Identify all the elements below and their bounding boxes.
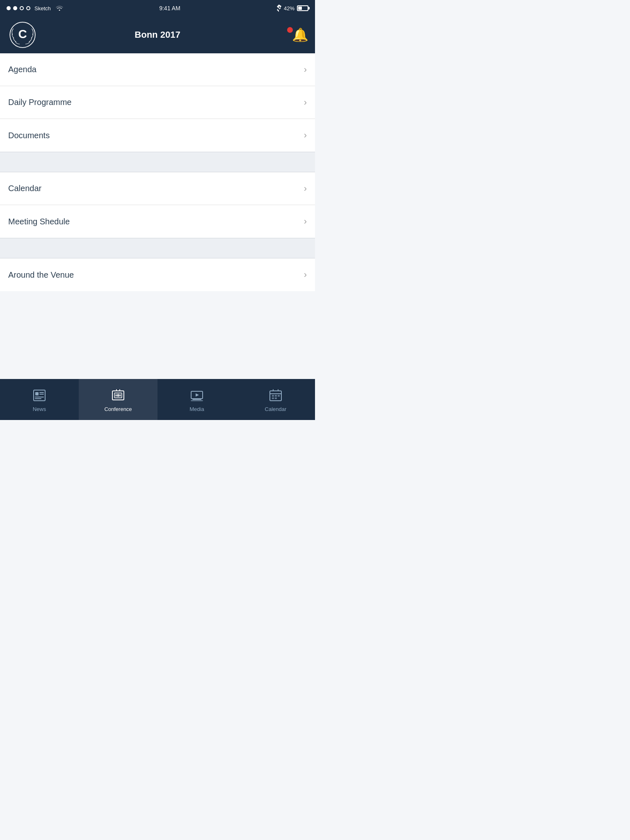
- list-item-around-venue[interactable]: Around the Venue ›: [0, 258, 315, 291]
- chevron-icon: ›: [304, 269, 307, 280]
- signal-dot-2: [13, 6, 17, 10]
- section-1: Agenda › Daily Programme › Documents ›: [0, 53, 315, 152]
- svg-rect-27: [275, 397, 277, 399]
- nav-item-news[interactable]: News: [0, 379, 79, 420]
- nav-item-media[interactable]: Media: [158, 379, 236, 420]
- calendar-nav-icon: [267, 387, 284, 404]
- header-title: Bonn 2017: [135, 30, 180, 40]
- media-nav-label: Media: [189, 406, 204, 412]
- svg-marker-16: [196, 393, 199, 397]
- battery-percent: 42%: [284, 5, 294, 11]
- section-separator-2: [0, 238, 315, 258]
- conference-nav-label: Conference: [104, 406, 132, 412]
- signal-dot-4: [26, 6, 30, 10]
- section-separator-1: [0, 152, 315, 172]
- app-logo: C: [8, 21, 37, 49]
- news-nav-label: News: [33, 406, 46, 412]
- svg-rect-26: [272, 397, 274, 399]
- main-content: Agenda › Daily Programme › Documents › C…: [0, 53, 315, 379]
- bottom-spacer: [0, 291, 315, 373]
- chevron-icon: ›: [304, 183, 307, 194]
- daily-programme-label: Daily Programme: [8, 98, 71, 107]
- around-venue-label: Around the Venue: [8, 270, 74, 280]
- wifi-icon: [56, 5, 63, 12]
- calendar-label: Calendar: [8, 184, 41, 193]
- status-time: 9:41 AM: [159, 5, 180, 11]
- carrier-label: Sketch: [34, 5, 51, 11]
- signal-dot-1: [7, 6, 11, 10]
- calendar-nav-label: Calendar: [265, 406, 287, 412]
- agenda-label: Agenda: [8, 65, 37, 74]
- nav-item-calendar[interactable]: Calendar: [236, 379, 315, 420]
- chevron-icon: ›: [304, 216, 307, 227]
- svg-rect-2: [34, 390, 45, 401]
- list-item-agenda[interactable]: Agenda ›: [0, 53, 315, 86]
- notification-badge: [287, 27, 293, 33]
- header-actions: 🔔: [285, 27, 308, 43]
- meeting-schedule-label: Meeting Shedule: [8, 217, 70, 226]
- documents-label: Documents: [8, 131, 50, 140]
- bell-icon[interactable]: 🔔: [292, 27, 308, 43]
- status-right: 42%: [276, 5, 308, 12]
- nav-item-conference[interactable]: Conference: [79, 379, 158, 420]
- svg-rect-25: [278, 395, 280, 397]
- status-left: Sketch: [7, 5, 63, 12]
- app-header: C Bonn 2017 🔔: [0, 16, 315, 53]
- status-bar: Sketch 9:41 AM 42%: [0, 0, 315, 16]
- bottom-navigation: News Conference Media: [0, 379, 315, 420]
- chevron-icon: ›: [304, 97, 307, 108]
- bluetooth-icon: [276, 5, 281, 12]
- section-3: Around the Venue ›: [0, 258, 315, 291]
- svg-rect-3: [35, 392, 39, 395]
- news-icon: [31, 387, 48, 404]
- signal-dot-3: [20, 6, 24, 10]
- list-item-documents[interactable]: Documents ›: [0, 119, 315, 152]
- conference-icon: [110, 387, 126, 404]
- chevron-icon: ›: [304, 130, 307, 141]
- media-icon: [189, 387, 205, 404]
- battery-indicator: [297, 5, 308, 11]
- svg-text:C: C: [18, 27, 27, 41]
- section-2: Calendar › Meeting Shedule ›: [0, 172, 315, 238]
- list-item-daily-programme[interactable]: Daily Programme ›: [0, 86, 315, 119]
- list-item-meeting-schedule[interactable]: Meeting Shedule ›: [0, 205, 315, 238]
- svg-rect-23: [272, 395, 274, 397]
- svg-rect-24: [275, 395, 277, 397]
- list-item-calendar[interactable]: Calendar ›: [0, 172, 315, 205]
- chevron-icon: ›: [304, 64, 307, 75]
